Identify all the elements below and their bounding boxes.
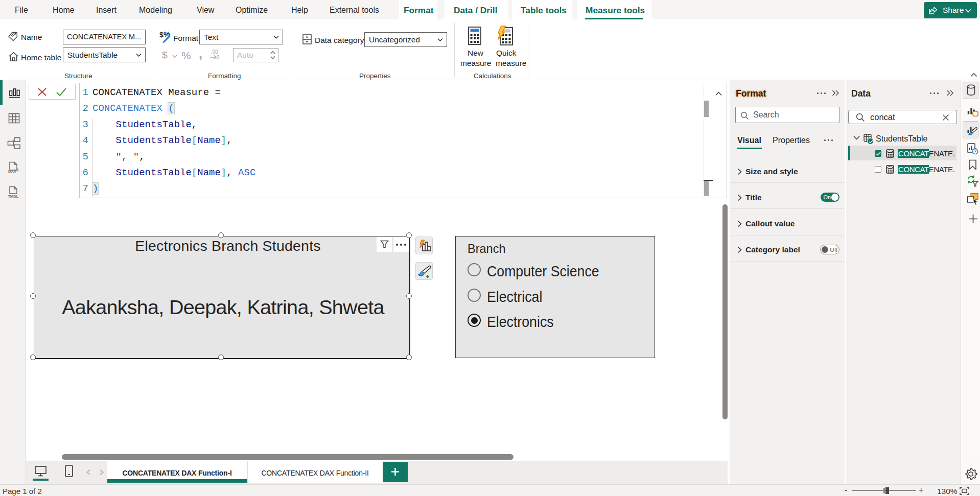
svg-text:DAX: DAX [8, 169, 16, 174]
svg-text:0: 0 [217, 55, 220, 60]
svg-text:TMDL: TMDL [8, 194, 19, 199]
